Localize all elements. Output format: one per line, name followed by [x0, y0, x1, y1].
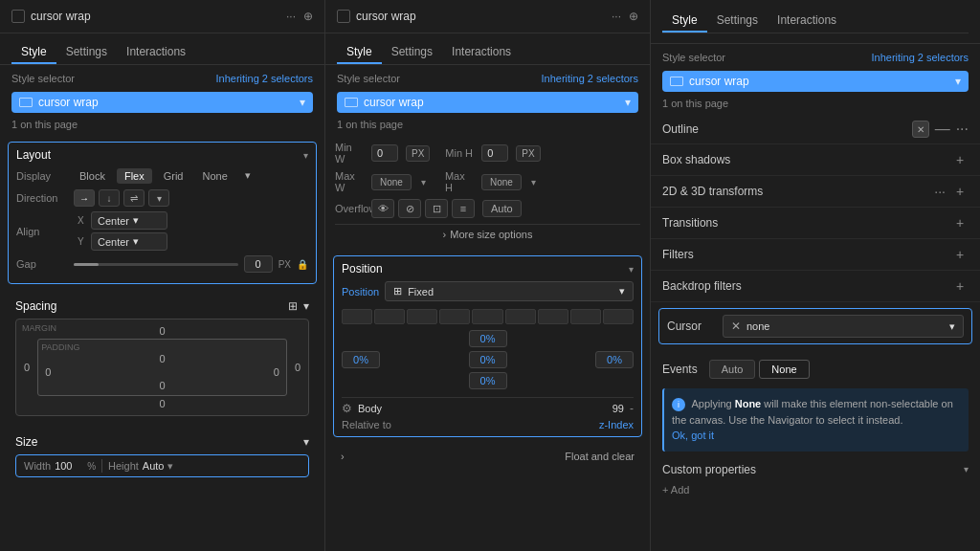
- pos-handle-4[interactable]: [439, 309, 470, 324]
- display-btn-grid[interactable]: Grid: [156, 168, 191, 184]
- backdrop-plus[interactable]: +: [951, 277, 969, 295]
- add-row[interactable]: + Add: [662, 480, 969, 499]
- layout-chevron[interactable]: ▾: [303, 150, 308, 161]
- padding-bottom[interactable]: 0: [158, 379, 166, 392]
- min-w-input[interactable]: 0: [371, 144, 398, 162]
- display-btn-none[interactable]: None: [194, 168, 234, 184]
- overflow-auto-btn[interactable]: Auto: [482, 200, 522, 217]
- event-none-btn[interactable]: None: [759, 360, 809, 379]
- cursor-dropdown[interactable]: ✕ none ▾: [723, 315, 964, 338]
- max-w-chevron[interactable]: ▾: [421, 177, 426, 187]
- custom-props-chevron[interactable]: ▾: [964, 464, 969, 474]
- gap-slider[interactable]: [74, 263, 238, 266]
- share-icon[interactable]: ⊕: [303, 10, 313, 23]
- margin-sides: 0 PADDING 0 0 0 0 0: [20, 339, 304, 396]
- margin-top[interactable]: 0: [157, 323, 167, 339]
- pos-right[interactable]: 0%: [595, 351, 634, 368]
- filters-plus[interactable]: +: [951, 246, 969, 263]
- tab-interactions-right[interactable]: Interactions: [768, 10, 846, 33]
- z-index-label[interactable]: z-Index: [599, 419, 634, 430]
- overflow-visible-icon[interactable]: 👁: [371, 199, 394, 218]
- dir-btn-wrap[interactable]: ⇌: [123, 189, 145, 207]
- position-dropdown[interactable]: ⊞ Fixed ▾: [385, 281, 634, 301]
- dir-btn-right[interactable]: →: [74, 189, 95, 207]
- spacing-chevron[interactable]: ▾: [303, 299, 309, 313]
- margin-bottom[interactable]: 0: [157, 396, 167, 411]
- pos-handle-1[interactable]: [342, 309, 372, 324]
- overflow-scroll-icon[interactable]: ≡: [452, 199, 475, 218]
- overflow-clip-icon[interactable]: ⊡: [425, 199, 448, 218]
- outline-x-btn[interactable]: ✕: [912, 121, 929, 138]
- pos-bottom[interactable]: 0%: [469, 372, 507, 389]
- margin-right[interactable]: 0: [291, 360, 304, 375]
- overflow-icons: 👁 ⊘ ⊡ ≡: [371, 199, 475, 218]
- selector-dropdown-middle[interactable]: cursor wrap ▾: [337, 92, 638, 113]
- selector-dropdown-right[interactable]: cursor wrap ▾: [662, 71, 969, 92]
- middle-ellipsis-icon[interactable]: ···: [612, 10, 621, 23]
- overflow-hidden-icon[interactable]: ⊘: [398, 199, 421, 218]
- display-btn-flex[interactable]: Flex: [117, 168, 152, 184]
- dir-btn-more[interactable]: ▾: [148, 189, 169, 207]
- pos-handle-2[interactable]: [374, 309, 405, 324]
- tab-style-middle[interactable]: Style: [337, 41, 382, 64]
- tab-settings-left[interactable]: Settings: [56, 41, 117, 64]
- pos-handle-8[interactable]: [570, 309, 601, 324]
- tab-settings-right[interactable]: Settings: [707, 10, 768, 33]
- tab-interactions-left[interactable]: Interactions: [117, 41, 195, 64]
- tab-interactions-middle[interactable]: Interactions: [442, 41, 521, 64]
- align-selects: X Center ▾ Y Center ▾: [78, 211, 308, 251]
- max-w-row: Max W None ▾ Max H None ▾: [335, 170, 640, 193]
- padding-right[interactable]: 0: [270, 365, 283, 379]
- transforms-plus[interactable]: +: [951, 183, 969, 200]
- pos-top[interactable]: 0%: [469, 330, 507, 347]
- padding-top[interactable]: 0: [158, 352, 166, 365]
- pos-handle-7[interactable]: [538, 309, 568, 324]
- max-h-chevron[interactable]: ▾: [531, 177, 536, 187]
- display-btn-block[interactable]: Block: [72, 168, 113, 184]
- display-more-btn[interactable]: ▾: [239, 167, 256, 184]
- width-value[interactable]: 100: [55, 460, 83, 472]
- middle-title-row: cursor wrap: [337, 10, 416, 23]
- align-y-select[interactable]: Center ▾: [91, 232, 167, 251]
- max-h-value[interactable]: None: [481, 174, 522, 190]
- gap-value[interactable]: 0: [244, 255, 273, 273]
- event-auto-btn[interactable]: Auto: [709, 360, 756, 379]
- min-w-unit[interactable]: PX: [406, 145, 430, 162]
- tab-style-right[interactable]: Style: [662, 10, 707, 33]
- position-chevron[interactable]: ▾: [629, 264, 634, 275]
- pos-center-val[interactable]: 0%: [469, 351, 507, 368]
- selector-dropdown-left[interactable]: cursor wrap ▾: [11, 92, 313, 113]
- ellipsis-icon[interactable]: ···: [286, 10, 296, 23]
- display-row: Display Block Flex Grid None ▾: [16, 167, 308, 184]
- transforms-ellipsis[interactable]: ···: [934, 184, 946, 199]
- z-index-val[interactable]: 99: [612, 403, 624, 414]
- pos-handle-6[interactable]: [505, 309, 536, 324]
- tab-settings-middle[interactable]: Settings: [382, 41, 442, 64]
- min-h-input[interactable]: 0: [481, 144, 508, 162]
- height-dash[interactable]: ▾: [167, 460, 173, 473]
- more-size-link[interactable]: › More size options: [335, 224, 640, 244]
- selector-icon-middle: [345, 98, 358, 107]
- selector-icon-right: [670, 77, 683, 86]
- box-shadows-plus[interactable]: +: [951, 151, 969, 168]
- padding-left[interactable]: 0: [41, 365, 55, 379]
- float-label[interactable]: Float and clear: [565, 451, 635, 462]
- lock-icon[interactable]: 🔒: [297, 259, 308, 270]
- size-chevron[interactable]: ▾: [303, 435, 309, 449]
- min-h-unit[interactable]: PX: [516, 145, 540, 162]
- pos-left[interactable]: 0%: [342, 351, 380, 368]
- middle-share-icon[interactable]: ⊕: [629, 10, 638, 23]
- size-title: Size: [15, 435, 37, 449]
- margin-left[interactable]: 0: [20, 360, 33, 375]
- pos-handle-9[interactable]: [603, 309, 634, 324]
- pos-handle-3[interactable]: [407, 309, 437, 324]
- info-link[interactable]: Ok, got it: [672, 430, 714, 441]
- align-x-select[interactable]: Center ▾: [91, 211, 167, 230]
- max-w-value[interactable]: None: [371, 174, 412, 190]
- pos-handle-5[interactable]: [472, 309, 502, 324]
- spacing-expand-icon[interactable]: ⊞: [288, 299, 298, 313]
- tab-style-left[interactable]: Style: [11, 41, 56, 64]
- dir-btn-down[interactable]: ↓: [99, 189, 120, 207]
- height-value[interactable]: Auto: [143, 460, 165, 472]
- transitions-plus[interactable]: +: [951, 214, 969, 231]
